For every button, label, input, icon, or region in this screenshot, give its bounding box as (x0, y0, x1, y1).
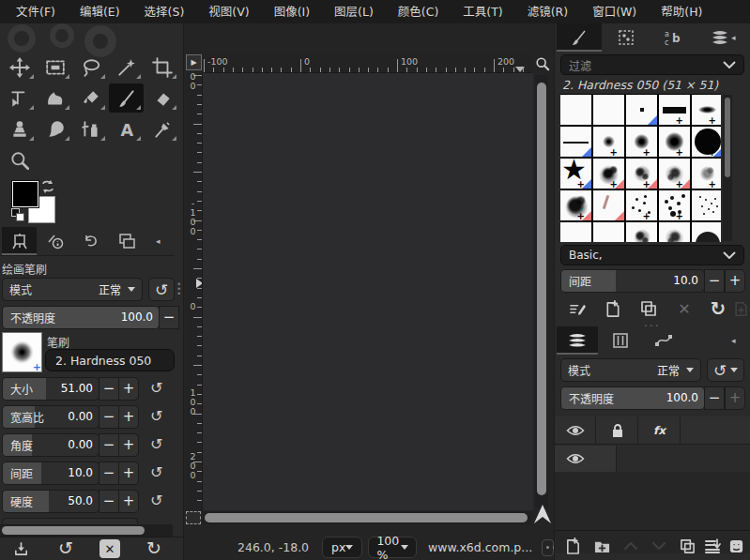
decrease-button[interactable]: − (99, 433, 119, 457)
spacing-slider[interactable]: 间距 10.0 − + ↺ (2, 462, 180, 485)
restore-tool-options-button[interactable]: ↺ (54, 538, 77, 557)
menu-item-10[interactable]: 帮助(H) (649, 0, 714, 23)
decrease-button[interactable]: − (99, 377, 119, 401)
tool-rectangle-select[interactable] (38, 53, 72, 82)
brush-category-select[interactable]: Basic, (560, 245, 744, 265)
canvas-menu-button[interactable]: ▶ (186, 54, 202, 70)
brush-grid[interactable] (560, 94, 721, 242)
configure-tab-icon[interactable]: ◂ (731, 336, 736, 345)
layer-row[interactable] (555, 446, 750, 472)
canvas-vscrollbar[interactable] (535, 75, 548, 508)
swap-colors-icon[interactable] (40, 179, 55, 197)
increase-button[interactable]: + (118, 490, 139, 513)
brush-swatch-18[interactable] (659, 190, 690, 220)
navigation-corner-icon[interactable] (533, 504, 552, 527)
tool-paintbrush[interactable] (109, 83, 144, 113)
fx-icon[interactable]: fx (639, 416, 681, 445)
menu-item-6[interactable]: 颜色(C) (386, 0, 451, 23)
brush-swatch-17[interactable] (626, 190, 657, 220)
increase-button[interactable]: + (118, 377, 139, 401)
configure-tab-icon[interactable]: ◂ (731, 33, 736, 42)
tool-clone[interactable] (2, 114, 37, 144)
brush-swatch-4[interactable] (692, 95, 721, 125)
tool-move[interactable] (2, 53, 37, 82)
paint-mode-select[interactable]: 模式 正常 (2, 278, 143, 301)
canvas-hscrollbar[interactable] (203, 511, 531, 524)
new-layer-button[interactable] (562, 536, 583, 556)
decrease-button[interactable]: − (99, 490, 119, 513)
open-brush-as-image-button[interactable] (731, 298, 750, 319)
brush-swatch-8[interactable] (659, 127, 690, 157)
reset-tool-options-button[interactable]: ↻ (143, 538, 165, 557)
unit-select[interactable]: px (322, 537, 362, 558)
lock-icon[interactable] (597, 416, 638, 445)
tab-paths[interactable] (643, 326, 684, 355)
menu-item-3[interactable]: 视图(V) (196, 0, 261, 23)
refresh-brushes-button[interactable]: ↻ (707, 297, 729, 320)
edit-brush-button[interactable] (566, 298, 589, 319)
decrease-button[interactable]: − (99, 462, 119, 485)
menu-item-7[interactable]: 工具(T) (451, 0, 514, 23)
duplicate-layer-button[interactable] (677, 536, 697, 556)
brush-filter-input[interactable]: 过滤 (560, 54, 744, 75)
menu-item-9[interactable]: 窗口(W) (580, 0, 649, 23)
navigation-preview-icon[interactable] (542, 539, 554, 556)
brush-swatch-13[interactable] (659, 159, 690, 189)
brush-swatch-9[interactable] (692, 127, 721, 157)
layer-mode-switch-button[interactable]: ↺ (707, 358, 744, 382)
lower-layer-button[interactable] (649, 536, 669, 556)
foreground-color-swatch[interactable] (12, 181, 38, 207)
increase-button[interactable]: + (118, 433, 139, 457)
layer-visible-icon[interactable] (566, 452, 585, 468)
tab-tool-options[interactable] (2, 227, 37, 255)
tool-smudge[interactable] (38, 114, 72, 144)
add-layer-mask-button[interactable] (726, 536, 746, 556)
brush-select-button[interactable]: 2. Hardness 050 (45, 349, 175, 371)
increase-button[interactable]: + (118, 462, 139, 485)
raise-layer-button[interactable] (620, 536, 641, 556)
canvas[interactable] (203, 73, 533, 510)
brush-swatch-10[interactable] (560, 159, 591, 189)
visibility-header-icon[interactable] (555, 416, 596, 445)
tab-channels[interactable] (600, 326, 641, 355)
tab-brushes[interactable] (557, 23, 602, 52)
tool-options-hscrollbar[interactable] (0, 524, 173, 537)
brush-swatch-19[interactable] (692, 190, 721, 220)
quick-mask-toggle[interactable] (186, 511, 201, 524)
brush-swatch-3[interactable] (659, 95, 690, 125)
pane-grip[interactable]: ••• (176, 282, 181, 296)
brush-swatch-20[interactable] (560, 222, 591, 242)
reset-mode-button[interactable]: ↺ (148, 278, 175, 301)
menu-item-1[interactable]: 编辑(E) (68, 0, 132, 23)
reset-icon[interactable]: ↺ (150, 465, 162, 480)
menu-item-0[interactable]: 文件(F) (4, 0, 68, 23)
decrease-button[interactable]: − (704, 269, 725, 293)
tab-images[interactable] (109, 227, 144, 255)
opacity-decrease-button[interactable]: − (159, 306, 179, 329)
brush-swatch-12[interactable] (626, 159, 657, 189)
tool-bucket-fill[interactable] (73, 83, 108, 113)
tab-layers[interactable] (557, 326, 598, 355)
new-layer-group-button[interactable] (590, 536, 613, 556)
menu-item-8[interactable]: 滤镜(R) (515, 0, 580, 23)
increase-button[interactable]: + (118, 405, 139, 429)
brush-swatch-0[interactable] (560, 95, 591, 125)
brush-swatch-24[interactable] (692, 222, 721, 242)
brush-swatch-22[interactable] (626, 222, 657, 242)
merge-down-button[interactable] (701, 536, 724, 556)
reset-icon[interactable]: ↺ (150, 437, 162, 452)
brush-swatch-23[interactable] (659, 222, 690, 242)
layer-opacity-slider[interactable]: 不透明度 100.0 − + (560, 386, 748, 410)
vertical-ruler[interactable]: -200-1000100200 (186, 73, 203, 510)
tool-zoom[interactable] (2, 145, 37, 174)
save-tool-options-button[interactable] (9, 539, 32, 558)
reset-icon[interactable]: ↺ (150, 493, 162, 508)
menu-item-5[interactable]: 图层(L) (322, 0, 386, 23)
tool-ink[interactable] (73, 114, 108, 144)
horizontal-ruler[interactable]: -1000100200 (203, 54, 531, 73)
menu-item-2[interactable]: 选择(S) (132, 0, 197, 23)
layer-thumbnail[interactable] (616, 446, 750, 472)
brush-thumbnail[interactable]: + (2, 332, 42, 372)
decrease-button[interactable]: − (704, 386, 725, 410)
brush-spacing-slider[interactable]: 间距 10.0 − + (560, 269, 748, 293)
